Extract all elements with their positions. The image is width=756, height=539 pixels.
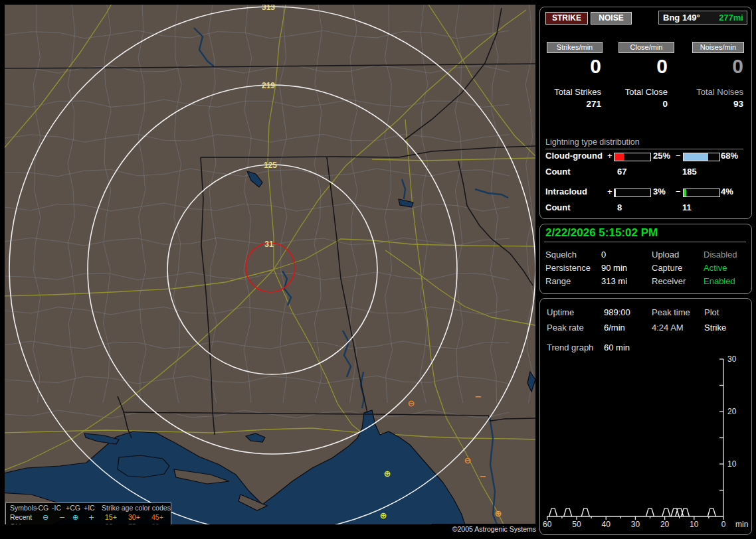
old-circle-plus-icon: ⊕ [72,522,78,524]
noises-per-min-button[interactable]: Noises/min [692,42,744,53]
ic-neg-percent: 4% [721,187,733,196]
strike-stats-panel: STRIKE NOISE Bng 149° 277mi Strikes/min … [539,7,752,219]
legend-col-neg-ic: -IC [52,504,61,512]
datetime-display: 2/22/2026 5:15:02 PM [545,226,745,240]
trend-panel: Uptime 989:00 Peak time Plot Peak rate 6… [539,298,752,535]
total-noises-label: Total Noises [688,87,743,97]
trend-graph: 1020300102030405060min [540,299,750,533]
persistence-value: 90 min [601,263,627,273]
strike-mode-button[interactable]: STRIKE [545,12,588,25]
cg-pos-bar [614,153,651,161]
svg-text:30: 30 [631,520,640,529]
ic-neg-count: 11 [682,202,692,212]
ic-neg-sign: − [676,187,681,196]
close-per-min-value: 0 [612,55,668,78]
recent-minus-icon: − [59,513,65,522]
old-plus-icon: + [88,522,94,524]
total-strikes-label: Total Strikes [545,87,601,97]
old-minus-icon: − [59,522,65,524]
strikes-per-min-button[interactable]: Strikes/min [547,42,603,53]
legend-row-recent-label: Recent [10,513,32,521]
strike-symbol-circle-plus: ⊕ [384,469,391,478]
total-noises-value: 93 [688,99,743,110]
noise-mode-button[interactable]: NOISE [591,12,632,25]
strikes-per-min-value: 0 [545,55,601,78]
receiver-label: Receiver [652,276,686,286]
svg-text:10: 10 [690,520,699,529]
svg-text:20: 20 [727,407,737,416]
status-row-persistence: Persistence 90 min Capture Active [540,263,743,273]
age-code-30: 30+ [128,513,140,521]
cg-neg-bar [683,153,720,161]
map-legend: Symbols -CG -IC +CG +IC Strike age color… [5,502,171,524]
cg-count-label: Count [545,167,571,177]
svg-text:0: 0 [721,520,726,529]
upload-status: Disabled [704,250,737,260]
svg-text:20: 20 [660,520,670,529]
legend-symbols-header: Symbols [10,504,37,512]
total-close-label: Total Close [612,87,668,97]
legend-age-header: Strike age color codes [102,504,171,512]
recent-circle-minus-icon: ⊖ [43,513,48,522]
datetime-divider [544,242,746,242]
ic-pos-bar [614,189,651,197]
bearing-range-value: 277mi [719,11,743,24]
bearing-readout: Bng 149° 277mi [658,11,747,25]
capture-status: Active [704,263,727,273]
distribution-title: Lightning type distribution [545,137,743,149]
cg-neg-sign: − [676,151,681,161]
svg-text:60: 60 [543,520,552,529]
status-row-squelch: Squelch 0 Upload Disabled [540,250,743,260]
cg-pos-percent: 25% [653,151,670,161]
strike-symbols-layer: ⊖−⊖−⊕⊕⊕ [5,5,535,524]
close-per-min-button[interactable]: Close/min [618,42,674,53]
strike-symbol-circle-plus: ⊕ [380,511,387,520]
ic-pos-percent: 3% [653,187,666,196]
strike-symbol-circle-plus: ⊕ [495,509,502,518]
svg-text:40: 40 [602,520,611,529]
trend-peaks [549,508,716,516]
legend-col-pos-cg: +CG [66,504,80,512]
svg-text:30: 30 [727,354,737,364]
persistence-label: Persistence [545,263,591,273]
legend-row-old-label: Old [10,522,21,524]
upload-label: Upload [652,250,679,260]
age-code-45: 45+ [151,513,163,521]
strike-symbol-minus: − [480,472,487,481]
age-code-90: 90+ [151,522,163,524]
system-status-panel: 2/22/2026 5:15:02 PM Squelch 0 Upload Di… [539,224,752,294]
ic-pos-count: 8 [617,202,622,212]
svg-text:min: min [735,520,748,529]
capture-label: Capture [652,263,682,273]
ic-pos-sign: + [607,187,613,196]
recent-circle-plus-icon: ⊕ [72,513,78,522]
range-label: Range [545,276,571,286]
total-strikes-value: 271 [545,99,601,110]
range-value: 313 mi [601,276,627,286]
age-code-15: 15+ [105,513,117,521]
lightning-map-viewport: 313 219 125 31 ⊖−⊖−⊕⊕⊕ Symbols -CG -IC +… [5,5,535,524]
status-row-range: Range 313 mi Receiver Enabled [540,276,743,286]
cloud-ground-label: Cloud-ground [545,151,603,161]
strike-symbol-circle-minus: ⊖ [408,399,415,408]
squelch-value: 0 [601,250,606,260]
total-close-value: 0 [612,99,668,110]
ic-count-label: Count [545,202,571,212]
svg-text:10: 10 [727,459,737,469]
squelch-label: Squelch [545,250,577,260]
noises-per-min-value: 0 [688,55,743,78]
svg-text:50: 50 [572,520,581,529]
age-code-75: 75+ [128,522,140,524]
legend-col-neg-cg: -CG [36,504,48,512]
legend-col-pos-ic: +IC [84,504,95,512]
copyright-text: ©2005 Astrogenic Systems [431,524,538,535]
cg-neg-percent: 68% [721,151,738,161]
intracloud-label: Intracloud [545,187,587,196]
strike-symbol-minus: − [475,392,482,401]
recent-plus-icon: + [88,513,94,522]
cg-pos-count: 67 [617,167,626,177]
strike-symbol-circle-minus: ⊖ [464,456,472,465]
cg-neg-count: 185 [682,167,697,177]
bearing-value: Bng 149° [663,11,700,24]
cg-pos-sign: + [607,151,613,161]
